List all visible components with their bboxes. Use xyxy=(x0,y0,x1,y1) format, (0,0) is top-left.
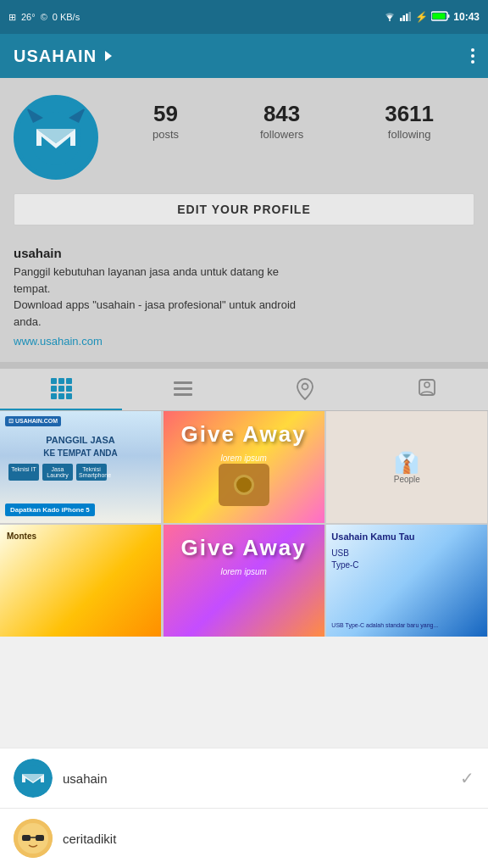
wifi-icon xyxy=(383,11,396,24)
followers-count: 843 xyxy=(263,102,300,126)
svg-rect-2 xyxy=(403,15,406,21)
suggestion-avatar-ceritadikit xyxy=(14,819,53,858)
svg-rect-4 xyxy=(409,12,412,21)
followers-label: followers xyxy=(260,128,303,141)
time: 10:43 xyxy=(453,11,480,23)
photo-5[interactable]: Give Away lorem ipsum xyxy=(164,525,324,637)
posts-stat[interactable]: 59 posts xyxy=(152,102,179,141)
posts-label: posts xyxy=(152,128,179,141)
status-bar: ⊞ 26° © 0 KB/s ⚡ 10:43 xyxy=(0,0,488,34)
suggestion-avatar-usahain xyxy=(14,759,53,798)
status-right: ⚡ 10:43 xyxy=(383,11,480,24)
profile-section: 59 posts 843 followers 3611 following ED… xyxy=(0,78,488,239)
tab-tagged[interactable] xyxy=(366,369,488,410)
suggestion-name-ceritadikit: ceritadikit xyxy=(63,832,464,846)
section-divider xyxy=(0,362,488,369)
svg-rect-6 xyxy=(448,14,450,18)
bio-link[interactable]: www.usahain.com xyxy=(14,335,103,348)
dropdown-arrow-icon[interactable] xyxy=(105,51,112,61)
stats-container: 59 posts 843 followers 3611 following xyxy=(112,95,474,141)
photo-3[interactable]: 👔 People xyxy=(326,411,487,523)
photo-4[interactable]: Montes xyxy=(0,525,161,637)
app-bar: USAHAIN xyxy=(0,34,488,78)
following-count: 3611 xyxy=(385,102,434,126)
list-icon xyxy=(174,381,192,396)
edit-profile-button[interactable]: EDIT YOUR PROFILE xyxy=(14,193,474,225)
svg-point-13 xyxy=(424,382,430,387)
photo-1[interactable]: ⊡ USAHAIN.COM PANGGIL JASA KE TEMPAT AND… xyxy=(0,411,161,523)
tab-bar xyxy=(0,369,488,411)
bio-username: usahain xyxy=(14,246,474,260)
c-icon: © xyxy=(41,12,47,22)
status-left: ⊞ 26° © 0 KB/s xyxy=(8,12,80,23)
location-icon xyxy=(296,378,314,400)
data-speed: 0 KB/s xyxy=(53,12,80,22)
bio-line1: Panggil kebutuhan layanan jasa anda untu… xyxy=(14,264,474,330)
svg-rect-18 xyxy=(36,835,44,841)
svg-point-11 xyxy=(302,383,308,389)
signal-icon xyxy=(400,11,412,24)
bio-section: usahain Panggil kebutuhan layanan jasa a… xyxy=(0,239,488,362)
tab-grid[interactable] xyxy=(0,369,122,410)
svg-rect-17 xyxy=(22,835,30,841)
svg-rect-7 xyxy=(433,13,446,19)
suggestion-name-usahain: usahain xyxy=(63,771,450,786)
suggestion-item-usahain[interactable]: usahain ✓ xyxy=(0,748,488,808)
tab-location[interactable] xyxy=(244,369,366,410)
photos-grid: ⊡ USAHAIN.COM PANGGIL JASA KE TEMPAT AND… xyxy=(0,411,488,637)
followers-stat[interactable]: 843 followers xyxy=(260,102,303,141)
battery-charging-icon: ⚡ xyxy=(415,11,428,23)
svg-rect-3 xyxy=(406,14,408,21)
temperature: 26° xyxy=(21,12,36,22)
checkmark-icon: ✓ xyxy=(460,768,474,788)
person-tag-icon xyxy=(418,378,436,400)
screenshot-icon: ⊞ xyxy=(8,12,16,23)
svg-point-0 xyxy=(389,19,391,21)
tab-list[interactable] xyxy=(122,369,244,410)
posts-count: 59 xyxy=(153,102,178,126)
app-title: USAHAIN xyxy=(14,47,112,66)
avatar xyxy=(14,95,98,180)
svg-rect-1 xyxy=(400,18,402,21)
profile-top: 59 posts 843 followers 3611 following xyxy=(14,95,474,180)
suggestion-item-ceritadikit[interactable]: ceritadikit xyxy=(0,808,488,868)
photo-2[interactable]: Give Away lorem ipsum xyxy=(164,411,324,523)
photo-6[interactable]: Usahain Kamu Tau USB Type-C USB Type-C a… xyxy=(326,525,487,637)
battery-icon xyxy=(431,11,450,24)
following-label: following xyxy=(388,128,431,141)
app-title-text: USAHAIN xyxy=(14,47,97,66)
grid-icon xyxy=(51,378,72,399)
more-options-button[interactable] xyxy=(471,48,474,64)
following-stat[interactable]: 3611 following xyxy=(385,102,434,141)
suggestions-overlay: usahain ✓ ceritadikit xyxy=(0,748,488,868)
